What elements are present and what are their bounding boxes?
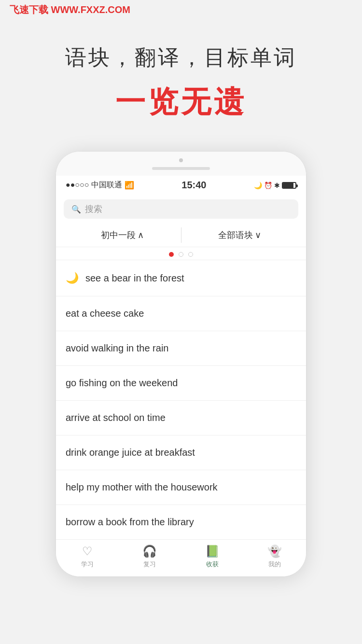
list-item[interactable]: avoid walking in the rain — [56, 331, 306, 366]
ghost-icon: 👻 — [267, 545, 282, 558]
header-section: 语块，翻译，目标单词 一览无遗 — [0, 19, 362, 132]
heart-icon: ♡ — [82, 545, 93, 558]
phrase-text: eat a cheese cake — [66, 308, 144, 319]
list-item[interactable]: borrow a book from the library — [56, 505, 306, 539]
search-placeholder: 搜索 — [85, 203, 102, 215]
carrier-text: ●●○○○ 中国联通 — [66, 180, 122, 190]
nav-label-harvest: 收获 — [206, 560, 219, 569]
header-title: 一览无遗 — [19, 82, 343, 122]
tabs-row: 初中一段 ∧ 全部语块 ∨ — [56, 224, 306, 247]
search-icon: 🔍 — [71, 205, 81, 214]
nav-item-harvest[interactable]: 📗 收获 — [181, 545, 244, 569]
dot-3 — [188, 252, 193, 257]
phrase-text: see a bear in the forest — [85, 273, 184, 284]
list-item[interactable]: eat a cheese cake — [56, 296, 306, 331]
list-item[interactable]: help my mother with the housework — [56, 470, 306, 505]
status-bar: ●●○○○ 中国联通 📶 15:40 🌙 ⏰ ✱ — [56, 176, 306, 195]
phrase-text: drink orange juice at breakfast — [66, 447, 195, 458]
nav-item-review[interactable]: 🎧 复习 — [119, 545, 181, 569]
dot-2 — [179, 252, 183, 257]
book-icon: 📗 — [205, 545, 220, 558]
headphone-icon: 🎧 — [142, 545, 157, 558]
phrase-list: 🌙 see a bear in the forest eat a cheese … — [56, 260, 306, 539]
tab-grade[interactable]: 初中一段 ∧ — [64, 224, 181, 247]
nav-item-study[interactable]: ♡ 学习 — [56, 545, 119, 569]
top-bar: 飞速下载 WWW.FXXZ.COM — [0, 0, 362, 19]
alarm-icon: ⏰ — [264, 182, 272, 189]
list-item[interactable]: arrive at school on time — [56, 401, 306, 435]
tab-chunk[interactable]: 全部语块 ∨ — [181, 224, 299, 247]
phone-top-decoration — [56, 152, 306, 176]
header-subtitle: 语块，翻译，目标单词 — [19, 43, 343, 72]
status-carrier: ●●○○○ 中国联通 📶 — [66, 180, 134, 190]
bluetooth-icon: ✱ — [274, 182, 280, 189]
search-bar[interactable]: 🔍 搜索 — [64, 199, 298, 219]
list-item[interactable]: go fishing on the weekend — [56, 366, 306, 401]
tab-grade-label: 初中一段 — [101, 229, 136, 241]
chevron-down-icon: ∨ — [255, 230, 261, 240]
phrase-text: arrive at school on time — [66, 412, 166, 423]
phone-top-dot — [179, 158, 183, 162]
bottom-nav: ♡ 学习 🎧 复习 📗 收获 👻 我的 — [56, 539, 306, 576]
dot-indicators — [56, 247, 306, 260]
status-time: 15:40 — [181, 180, 206, 191]
status-icons: 🌙 ⏰ ✱ — [254, 182, 296, 189]
moon-icon: 🌙 — [254, 182, 262, 189]
phone-top-bar — [152, 167, 210, 170]
phone-wrapper: ●●○○○ 中国联通 📶 15:40 🌙 ⏰ ✱ 🔍 搜索 初 — [0, 151, 362, 577]
dot-1 — [169, 252, 174, 257]
phrase-text: borrow a book from the library — [66, 517, 194, 528]
nav-label-profile: 我的 — [268, 560, 281, 569]
phrase-text: go fishing on the weekend — [66, 378, 178, 389]
phrase-icon-moon: 🌙 — [66, 272, 79, 284]
wifi-icon: 📶 — [125, 181, 134, 190]
phrase-text: avoid walking in the rain — [66, 343, 168, 354]
chevron-up-icon: ∧ — [138, 230, 144, 240]
phrase-text: help my mother with the housework — [66, 482, 218, 493]
nav-label-review: 复习 — [143, 560, 156, 569]
list-item[interactable]: drink orange juice at breakfast — [56, 435, 306, 470]
top-bar-text: 飞速下载 WWW.FXXZ.COM — [10, 3, 130, 16]
tab-chunk-label: 全部语块 — [218, 229, 253, 241]
battery-icon — [282, 182, 296, 189]
phone-mockup: ●●○○○ 中国联通 📶 15:40 🌙 ⏰ ✱ 🔍 搜索 初 — [56, 151, 306, 577]
nav-label-study: 学习 — [81, 560, 94, 569]
search-bar-wrap: 🔍 搜索 — [56, 195, 306, 224]
nav-item-profile[interactable]: 👻 我的 — [244, 545, 306, 569]
list-item[interactable]: 🌙 see a bear in the forest — [56, 260, 306, 296]
